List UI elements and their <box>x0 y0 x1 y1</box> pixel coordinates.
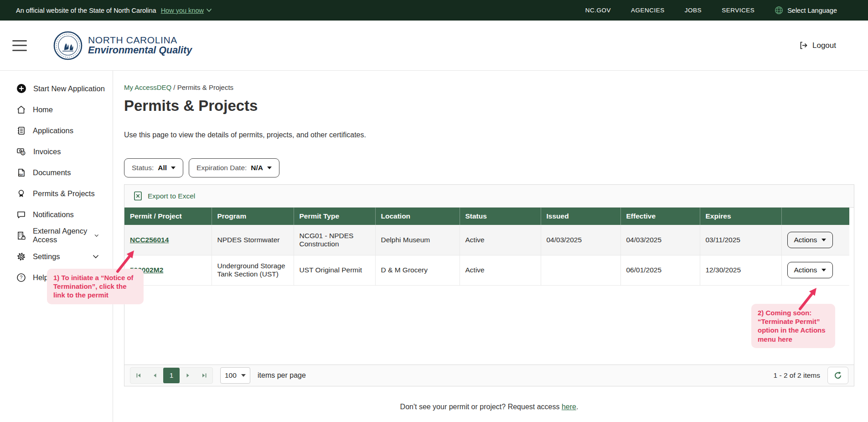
request-access-note: Don't see your permit or project? Reques… <box>124 403 854 411</box>
breadcrumb: My AccessDEQ / Permits & Projects <box>124 83 854 91</box>
how-you-know-link[interactable]: How you know <box>161 7 212 14</box>
pager-previous-page-button[interactable] <box>147 368 163 383</box>
chevron-down-icon <box>206 8 212 12</box>
svg-text:?: ? <box>20 275 23 280</box>
last-page-icon <box>201 372 207 379</box>
sidebar-item-external-agency-access[interactable]: External Agency Access <box>0 225 113 246</box>
svg-text:PDF: PDF <box>18 173 23 176</box>
column-header-permit-type[interactable]: Permit Type <box>294 208 375 225</box>
chevron-down-icon <box>94 234 99 238</box>
cell-permit-type: UST Original Permit <box>294 255 375 285</box>
cell-effective: 04/03/2025 <box>620 225 700 255</box>
items-per-page-label: items per page <box>258 371 306 380</box>
excel-file-icon <box>134 191 142 201</box>
nav-link-ncgov[interactable]: NC.GOV <box>585 7 611 14</box>
nav-link-jobs[interactable]: JOBS <box>685 7 702 14</box>
sidebar-item-applications[interactable]: Applications <box>0 120 113 141</box>
permits-grid: Export to Excel Permit / Project Program… <box>124 184 854 386</box>
cell-effective: 06/01/2025 <box>620 255 700 285</box>
sidebar-item-settings[interactable]: Settings <box>0 246 113 267</box>
sidebar-item-permits-projects[interactable]: Permits & Projects <box>0 183 113 204</box>
sidebar-item-home[interactable]: Home <box>0 99 113 120</box>
column-header-program[interactable]: Program <box>212 208 294 225</box>
cell-issued: 04/03/2025 <box>541 225 620 255</box>
home-icon <box>16 105 26 115</box>
chevron-down-icon <box>171 167 176 169</box>
official-text: An official website of the State of Nort… <box>16 7 156 14</box>
export-to-excel-button[interactable]: Export to Excel <box>134 191 195 201</box>
nav-link-agencies[interactable]: AGENCIES <box>631 7 665 14</box>
request-access-here-link[interactable]: here <box>562 403 576 411</box>
logo-line2: Environmental Quality <box>88 45 192 56</box>
breadcrumb-current: Permits & Projects <box>177 83 233 91</box>
refresh-button[interactable] <box>827 367 848 384</box>
applications-icon <box>16 126 26 135</box>
pager-last-page-button[interactable] <box>196 368 212 383</box>
chevron-down-icon <box>93 255 99 259</box>
cell-expires: 03/11/2025 <box>700 225 781 255</box>
sidebar-item-invoices[interactable]: $ Invoices <box>0 141 113 162</box>
award-icon <box>16 189 26 198</box>
speech-bubble-icon <box>16 210 26 219</box>
status-filter-dropdown[interactable]: Status: All <box>124 158 183 177</box>
cell-permit-type: NCG01 - NPDES Construction <box>294 225 375 255</box>
logo-line1: NORTH CAROLINA <box>88 35 192 46</box>
column-header-status[interactable]: Status <box>460 208 541 225</box>
pager: 1 100 items per page 1 - 2 of 2 items <box>124 365 854 386</box>
column-header-expires[interactable]: Expires <box>700 208 781 225</box>
first-page-icon <box>135 372 142 379</box>
column-header-effective[interactable]: Effective <box>620 208 700 225</box>
page-size-select[interactable]: 100 <box>220 367 250 384</box>
building-lock-icon <box>16 231 26 240</box>
page-description: Use this page to view the details of per… <box>124 131 854 139</box>
pager-range-label: 1 - 2 of 2 items <box>773 371 820 380</box>
cell-program: NPDES Stormwater <box>212 225 294 255</box>
breadcrumb-my-accessdeq-link[interactable]: My AccessDEQ <box>124 83 171 91</box>
actions-dropdown-button[interactable]: Actions <box>787 262 833 278</box>
next-page-icon <box>185 372 191 379</box>
expiration-date-filter-dropdown[interactable]: Expiration Date: N/A <box>189 158 279 177</box>
question-circle-icon: ? <box>16 273 26 282</box>
page-title: Permits & Projects <box>124 97 854 115</box>
chevron-down-icon <box>241 374 246 377</box>
pager-next-page-button[interactable] <box>180 368 196 383</box>
cell-location: Delphi Museum <box>375 225 460 255</box>
sidebar-item-documents[interactable]: PDF Documents <box>0 162 113 183</box>
table-row: 500002M2 Underground Storage Tank Sectio… <box>124 255 849 285</box>
site-header: NORTH CAROLINA Environmental Quality Log… <box>0 21 868 71</box>
svg-text:$: $ <box>22 151 24 155</box>
pager-first-page-button[interactable] <box>130 368 147 383</box>
deq-logo[interactable]: NORTH CAROLINA Environmental Quality <box>53 31 192 60</box>
cell-status: Active <box>460 225 541 255</box>
gear-icon <box>16 252 26 261</box>
cell-location: D & M Grocery <box>375 255 460 285</box>
chevron-down-icon <box>822 239 826 241</box>
page: An official website of the State of Nort… <box>0 0 868 422</box>
column-header-location[interactable]: Location <box>375 208 460 225</box>
logout-icon <box>799 41 808 50</box>
pdf-document-icon: PDF <box>16 168 26 177</box>
grid-header-row: Permit / Project Program Permit Type Loc… <box>124 208 849 225</box>
pager-current-page[interactable]: 1 <box>163 368 180 383</box>
grid-empty-area <box>124 286 854 365</box>
invoices-icon: $ <box>16 146 26 156</box>
plus-circle-icon <box>16 83 26 94</box>
grid-toolbar: Export to Excel <box>124 185 854 208</box>
nav-link-services[interactable]: SERVICES <box>722 7 754 14</box>
refresh-icon <box>833 371 842 380</box>
column-header-issued[interactable]: Issued <box>541 208 620 225</box>
menu-hamburger-icon[interactable] <box>12 40 27 51</box>
sidebar: Start New Application Home Applications … <box>0 71 113 422</box>
sidebar-item-start-new-application[interactable]: Start New Application <box>0 78 113 99</box>
logout-button[interactable]: Logout <box>799 41 836 50</box>
previous-page-icon <box>152 372 158 379</box>
column-header-permit-project[interactable]: Permit / Project <box>124 208 212 225</box>
select-language[interactable]: Select Language <box>775 6 837 15</box>
permit-link-ncc256014[interactable]: NCC256014 <box>130 236 169 244</box>
column-header-actions <box>781 208 849 225</box>
nc-state-seal-icon <box>53 31 83 60</box>
sidebar-item-notifications[interactable]: Notifications <box>0 204 113 225</box>
actions-dropdown-button[interactable]: Actions <box>787 232 833 248</box>
filter-bar: Status: All Expiration Date: N/A <box>124 158 854 177</box>
cell-status: Active <box>460 255 541 285</box>
